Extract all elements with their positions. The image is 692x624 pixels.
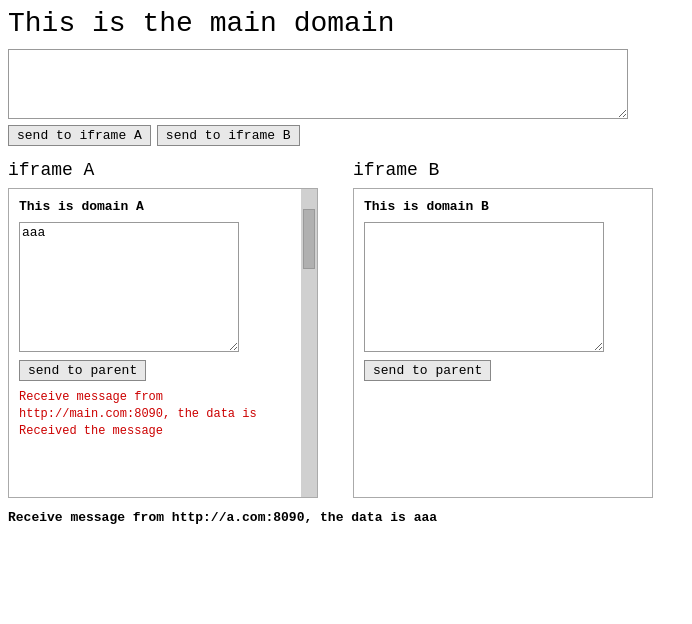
iframe-b-send-button[interactable]: send to parent — [364, 360, 491, 381]
iframe-a-textarea[interactable]: aaa — [19, 222, 239, 352]
iframe-a-send-button[interactable]: send to parent — [19, 360, 146, 381]
iframe-a-scrollbar[interactable] — [301, 189, 317, 497]
page-title: This is the main domain — [8, 8, 684, 39]
iframe-b-box: This is domain B send to parent — [353, 188, 653, 498]
main-receive-message: Receive message from http://a.com:8090, … — [8, 510, 684, 525]
send-to-iframe-b-button[interactable]: send to iframe B — [157, 125, 300, 146]
iframe-b-textarea[interactable] — [364, 222, 604, 352]
iframe-a-label: iframe A — [8, 160, 339, 180]
iframe-a-section: iframe A This is domain A aaa send to pa… — [8, 160, 339, 498]
send-to-iframe-a-button[interactable]: send to iframe A — [8, 125, 151, 146]
iframe-b-label: iframe B — [353, 160, 684, 180]
iframe-a-receive-message: Receive message fromhttp://main.com:8090… — [19, 389, 307, 439]
iframe-a-domain-title: This is domain A — [19, 199, 307, 214]
iframe-b-section: iframe B This is domain B send to parent — [353, 160, 684, 498]
main-textarea[interactable] — [8, 49, 628, 119]
iframe-a-box: This is domain A aaa send to parent Rece… — [8, 188, 318, 498]
iframe-a-scrollbar-thumb — [303, 209, 315, 269]
iframe-b-domain-title: This is domain B — [364, 199, 642, 214]
